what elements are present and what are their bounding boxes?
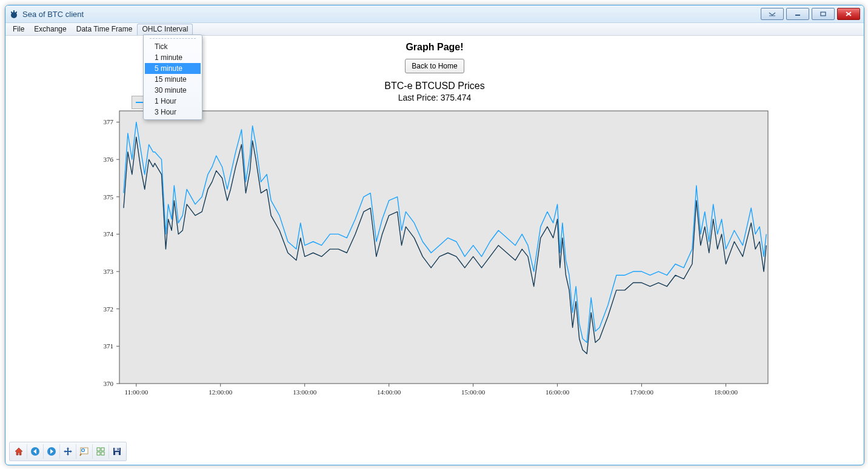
maximize-button[interactable] [812,8,835,20]
window-title: Sea of BTC client [22,10,761,19]
svg-rect-7 [119,111,768,384]
svg-text:18:00:00: 18:00:00 [714,388,738,396]
svg-rect-46 [101,448,104,451]
menu-file[interactable]: File [8,24,29,35]
zoom-icon[interactable] [76,444,93,459]
window-controls [761,8,860,20]
ohlc-option-15-minute[interactable]: 15 minute [145,74,201,85]
svg-text:13:00:00: 13:00:00 [293,388,317,396]
title-bar: Sea of BTC client [5,5,864,23]
svg-rect-47 [97,452,100,455]
app-window: Sea of BTC client FileExchangeData Time … [5,5,864,465]
ohlc-option-30-minute[interactable]: 30 minute [145,85,201,96]
svg-text:371: 371 [104,342,114,350]
ohlc-option-1-minute[interactable]: 1 minute [145,52,201,63]
ohlc-option-tick[interactable]: Tick [145,41,201,52]
svg-rect-50 [115,448,119,451]
svg-text:14:00:00: 14:00:00 [377,388,401,396]
back-to-home-button[interactable]: Back to Home [405,59,464,73]
svg-text:15:00:00: 15:00:00 [461,388,486,396]
price-chart: 37037137237337437537637711:00:0012:00:00… [16,81,853,420]
menu-data-time-frame[interactable]: Data Time Frame [72,24,138,35]
page-title: Graph Page! [5,42,864,53]
home-icon[interactable] [11,444,27,459]
svg-text:373: 373 [104,268,114,275]
pan-icon[interactable] [60,444,76,459]
svg-text:377: 377 [104,118,114,125]
ohlc-interval-dropdown: Tick1 minute5 minute15 minute30 minute1 … [143,35,202,120]
app-icon [9,9,19,19]
svg-rect-51 [115,452,119,455]
svg-text:372: 372 [104,305,114,313]
minimize-button[interactable] [786,8,809,20]
svg-rect-52 [118,448,119,451]
forward-icon[interactable] [44,444,60,459]
svg-text:376: 376 [104,156,114,163]
dropdown-window-button[interactable] [761,8,784,20]
svg-text:370: 370 [104,380,114,387]
svg-text:16:00:00: 16:00:00 [546,388,570,396]
svg-text:374: 374 [104,230,114,238]
menu-bar: FileExchangeData Time FrameOHLC Interval [5,23,864,36]
menu-exchange[interactable]: Exchange [29,24,71,35]
nav-toolbar [9,442,127,461]
svg-rect-6 [821,12,826,16]
save-icon[interactable] [109,444,125,459]
dropdown-separator [150,38,196,39]
svg-rect-48 [101,452,104,455]
svg-rect-1 [13,10,15,13]
menu-ohlc-interval[interactable]: OHLC Interval [137,24,193,35]
svg-text:375: 375 [104,193,114,201]
ohlc-option-5-minute[interactable]: 5 minute [145,63,201,74]
page-content: Graph Page! Back to Home BTC-e BTCUSD Pr… [5,36,864,420]
svg-text:11:00:00: 11:00:00 [124,388,148,396]
svg-rect-45 [97,448,100,451]
chart-container: BTC-e BTCUSD Prices Last Price: 375.474 … [16,81,853,420]
ohlc-option-3-hour[interactable]: 3 Hour [145,107,201,118]
configure-icon[interactable] [93,444,109,459]
back-icon[interactable] [27,444,44,459]
svg-text:12:00:00: 12:00:00 [209,388,233,396]
svg-text:17:00:00: 17:00:00 [630,388,654,396]
close-button[interactable] [837,8,860,20]
ohlc-option-1-hour[interactable]: 1 Hour [145,96,201,107]
